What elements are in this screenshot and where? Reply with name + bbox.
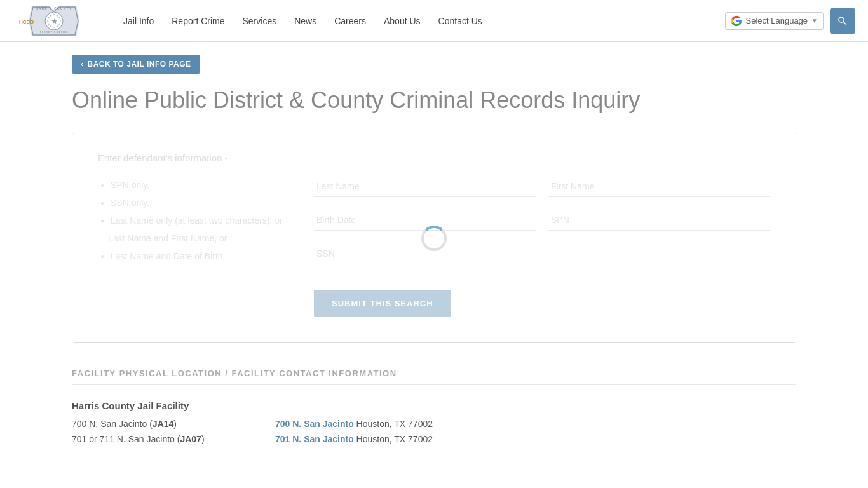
nav-jail-info[interactable]: Jail Info [114, 0, 163, 42]
main-nav: Jail Info Report Crime Services News Car… [114, 0, 725, 42]
facility-address-text-1: 700 N. San Jacinto ( [72, 419, 153, 429]
facility-address-left-2: 701 or 711 N. San Jacinto (JA07) [72, 434, 275, 444]
facility-address-right-2: 701 N. San Jacinto Houston, TX 77002 [275, 434, 796, 444]
facility-code-2: JA07 [180, 434, 201, 444]
facility-code-1: JA14 [153, 419, 173, 429]
facility-name: Harris County Jail Facility [72, 400, 796, 411]
svg-text:HCSO: HCSO [19, 19, 34, 25]
facility-link-2[interactable]: 701 N. San Jacinto [275, 434, 354, 444]
nav-about-us[interactable]: About Us [375, 0, 430, 42]
header-right: Select Language ▼ [725, 8, 856, 34]
nav-careers[interactable]: Careers [325, 0, 375, 42]
logo-area[interactable]: ★ HARRIS COUNTY HCSO SHERIFF'S OFFICE [13, 4, 95, 37]
facility-address-left-1: 700 N. San Jacinto (JA14) [72, 419, 275, 429]
back-arrow-icon: ‹ [81, 60, 84, 69]
svg-text:SHERIFF'S OFFICE: SHERIFF'S OFFICE [40, 31, 69, 34]
translate-widget[interactable]: Select Language ▼ [725, 12, 824, 30]
nav-services[interactable]: Services [234, 0, 286, 42]
facility-row-1: 700 N. San Jacinto (JA14) 700 N. San Jac… [72, 419, 796, 429]
facility-city-1: Houston, TX 77002 [356, 419, 433, 429]
page-title: Online Public District & County Criminal… [72, 86, 796, 114]
search-form-container: Enter defendant's information - SPN only… [72, 133, 796, 343]
nav-news[interactable]: News [285, 0, 325, 42]
site-logo: ★ HARRIS COUNTY HCSO SHERIFF'S OFFICE [13, 4, 95, 37]
google-icon [731, 15, 742, 27]
facility-city-2: Houston, TX 77002 [356, 434, 433, 444]
nav-report-crime[interactable]: Report Crime [163, 0, 233, 42]
main-content: ‹ BACK TO JAIL INFO PAGE Online Public D… [53, 42, 815, 475]
search-icon [837, 15, 848, 27]
facility-address-text-2: 701 or 711 N. San Jacinto ( [72, 434, 180, 444]
nav-contact-us[interactable]: Contact Us [430, 0, 491, 42]
translate-arrow-icon: ▼ [811, 17, 818, 24]
svg-text:★: ★ [51, 18, 58, 25]
search-button[interactable] [830, 8, 855, 34]
facility-link-1[interactable]: 700 N. San Jacinto [275, 419, 354, 429]
loading-spinner-overlay [72, 133, 796, 342]
back-button-label: BACK TO JAIL INFO PAGE [88, 60, 191, 69]
translate-label: Select Language [746, 16, 808, 25]
facility-address-right-1: 700 N. San Jacinto Houston, TX 77002 [275, 419, 796, 429]
loading-spinner [421, 226, 447, 251]
facility-row-2: 701 or 711 N. San Jacinto (JA07) 701 N. … [72, 434, 796, 444]
facility-section: FACILITY PHYSICAL LOCATION / FACILITY CO… [72, 369, 796, 444]
facility-section-title: FACILITY PHYSICAL LOCATION / FACILITY CO… [72, 369, 796, 385]
back-to-jail-info-button[interactable]: ‹ BACK TO JAIL INFO PAGE [72, 55, 200, 74]
svg-text:HARRIS COUNTY: HARRIS COUNTY [36, 7, 72, 10]
site-header: ★ HARRIS COUNTY HCSO SHERIFF'S OFFICE Ja… [0, 0, 868, 42]
